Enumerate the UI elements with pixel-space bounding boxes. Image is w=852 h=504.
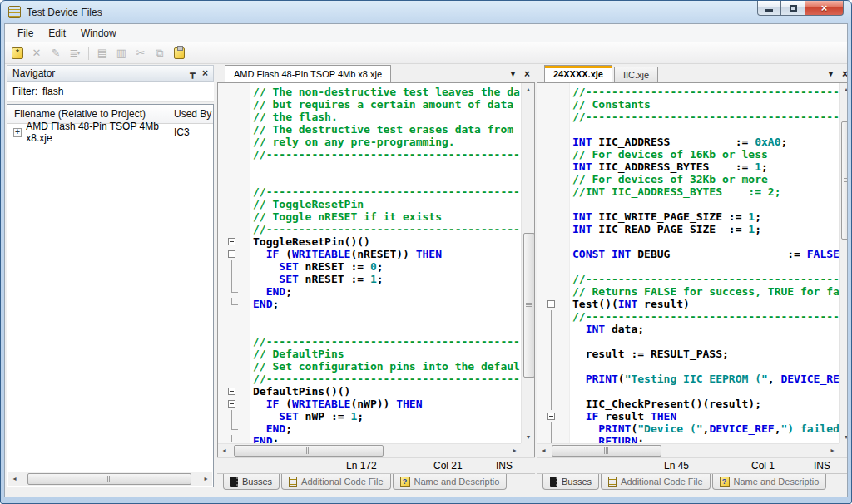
paste-icon[interactable] [171, 45, 187, 62]
code-line: END; [218, 298, 521, 310]
table-row[interactable]: +AMD Flash 48-Pin TSOP 4Mb x8.xjeIC3 [7, 124, 213, 141]
scroll-down-icon[interactable]: ▾ [522, 431, 535, 443]
toolbar-separator [88, 47, 89, 60]
menu-file[interactable]: File [10, 26, 41, 41]
fold-box-icon[interactable] [228, 250, 235, 258]
scroll-down-icon[interactable]: ▾ [840, 431, 848, 443]
column-filename[interactable]: Filename (Relative to Project) [7, 108, 174, 120]
code-line: // the flash. [218, 111, 521, 123]
gutter-cell [537, 385, 572, 398]
code-line [537, 198, 839, 210]
filter-label: Filter: [12, 86, 37, 97]
tree-expand-icon[interactable]: + [13, 128, 22, 137]
scroll-right-icon[interactable]: ▸ [826, 444, 839, 457]
question-icon: ? [720, 477, 730, 487]
navigator-panel: Navigator ┳ × Filter: Filename (Relative… [7, 65, 214, 487]
file-name: AMD Flash 48-Pin TSOP 4Mb x8.xje [26, 121, 174, 144]
tab-close-icon[interactable]: × [524, 68, 530, 80]
code-line: //INT IIC_ADDRESS_BYTES := 2; [537, 185, 839, 198]
bottom-tab-name-and-descriptio[interactable]: ?Name and Descriptio [393, 474, 508, 490]
scroll-right-icon[interactable]: ▸ [508, 444, 521, 457]
code-line: IF result THEN [537, 410, 839, 422]
code-text [572, 385, 839, 398]
scroll-right-icon[interactable]: ▸ [200, 472, 212, 485]
code-text: END; [253, 298, 521, 310]
editor-hscrollbar[interactable]: ◂ ▸ [537, 443, 839, 457]
navigator-header: Navigator ┳ × [7, 65, 214, 82]
tab-list-dropdown-icon[interactable]: ▼ [509, 70, 517, 78]
bottom-tab-additional-code-file[interactable]: Additional Code File [281, 474, 390, 490]
scroll-left-icon[interactable]: ◂ [218, 444, 230, 457]
status-line: Ln 172 [346, 460, 433, 472]
code-area[interactable]: //--------------------------------------… [537, 83, 839, 443]
bottom-tab-name-and-descriptio[interactable]: ?Name and Descriptio [712, 474, 827, 490]
column-used-by[interactable]: Used By [174, 108, 213, 120]
code-editor[interactable]: // The non-destructive test leaves the d… [217, 83, 535, 457]
code-text: INT IIC_READ_PAGE_SIZE := 1; [572, 223, 839, 235]
vscroll-thumb[interactable] [523, 233, 535, 378]
gutter-cell [218, 98, 253, 111]
fold-box-icon[interactable] [228, 400, 235, 408]
table-rows: +AMD Flash 48-Pin TSOP 4Mb x8.xjeIC3 [7, 124, 213, 141]
editor-tab-iic-xje[interactable]: IIC.xje [614, 67, 658, 82]
minimize-icon [765, 9, 773, 12]
code-text: // Returns FALSE for success, TRUE for f… [572, 285, 839, 298]
fold-box-icon[interactable] [228, 388, 235, 395]
editor-hscrollbar[interactable]: ◂ ▸ [218, 443, 521, 457]
gutter-cell [218, 360, 253, 373]
gutter-cell [218, 111, 253, 123]
editor-vscrollbar[interactable]: ▴ ▾ [521, 83, 534, 443]
scroll-left-icon[interactable]: ◂ [537, 444, 550, 457]
code-area[interactable]: // The non-destructive test leaves the d… [218, 83, 521, 443]
code-line [537, 360, 839, 373]
fold-pipe-icon [551, 323, 552, 335]
editor-panel-left: AMD Flash 48-Pin TSOP 4Mb x8.xje ▼ × // … [217, 65, 535, 492]
navigator-hscrollbar[interactable]: ◂ ▸ [8, 472, 212, 486]
close-button[interactable]: × [805, 1, 844, 16]
hscroll-thumb[interactable] [552, 445, 661, 457]
title-bar[interactable]: Test Device Files × [1, 1, 851, 23]
filter-input[interactable] [41, 85, 186, 98]
gutter-cell [537, 136, 572, 148]
gutter-cell [218, 323, 253, 335]
tab-close-icon[interactable]: × [842, 68, 848, 80]
editor-tab-24xxxx-xje[interactable]: 24XXXX.xje [544, 65, 612, 82]
tab-list-dropdown-icon[interactable]: ▼ [827, 70, 835, 78]
bottom-tab-busses[interactable]: Busses [542, 474, 599, 490]
toolbar: *✕✎≣▾▤▥✂⧉ [5, 42, 847, 64]
menu-window[interactable]: Window [73, 26, 124, 41]
code-line: CONST INT DEBUG := FALSE; [537, 248, 839, 260]
code-line [218, 323, 521, 335]
scrollbar-corner [839, 443, 848, 457]
fold-box-icon[interactable] [547, 300, 555, 308]
editor-tab-amd-flash-48-pin-tsop-4mb-x8-xje[interactable]: AMD Flash 48-Pin TSOP 4Mb x8.xje [225, 65, 391, 82]
pin-icon[interactable]: ┳ [190, 68, 196, 79]
gutter-cell [218, 335, 253, 348]
gutter-cell [218, 373, 253, 385]
code-line: INT IIC_ADDRESS := 0xA0; [537, 136, 839, 148]
scroll-up-icon[interactable]: ▴ [840, 83, 848, 96]
navigator-hscroll-thumb[interactable] [27, 473, 191, 485]
navigator-close-icon[interactable]: × [202, 67, 208, 79]
new-device-file-icon[interactable]: * [9, 45, 26, 62]
gutter-cell [537, 410, 572, 422]
scroll-up-icon[interactable]: ▴ [522, 83, 535, 96]
gutter-cell [218, 422, 253, 435]
bottom-tab-busses[interactable]: Busses [223, 474, 280, 490]
hscroll-thumb[interactable] [234, 445, 384, 457]
code-editor[interactable]: //--------------------------------------… [537, 83, 848, 457]
fold-box-icon[interactable] [228, 238, 235, 245]
vscroll-thumb[interactable] [841, 121, 848, 240]
code-line: //--------------------------------------… [537, 310, 839, 323]
minimize-button[interactable] [757, 1, 781, 16]
gutter-cell [537, 161, 572, 173]
maximize-button[interactable] [781, 1, 805, 16]
navigator-title: Navigator [12, 67, 55, 79]
scroll-left-icon[interactable]: ◂ [8, 472, 21, 485]
menu-edit[interactable]: Edit [41, 26, 73, 41]
code-line: // Constants [537, 98, 839, 111]
status-line: Ln 45 [664, 460, 751, 472]
fold-box-icon[interactable] [547, 413, 555, 420]
editor-vscrollbar[interactable]: ▴ ▾ [839, 83, 848, 443]
bottom-tab-additional-code-file[interactable]: Additional Code File [601, 474, 710, 490]
